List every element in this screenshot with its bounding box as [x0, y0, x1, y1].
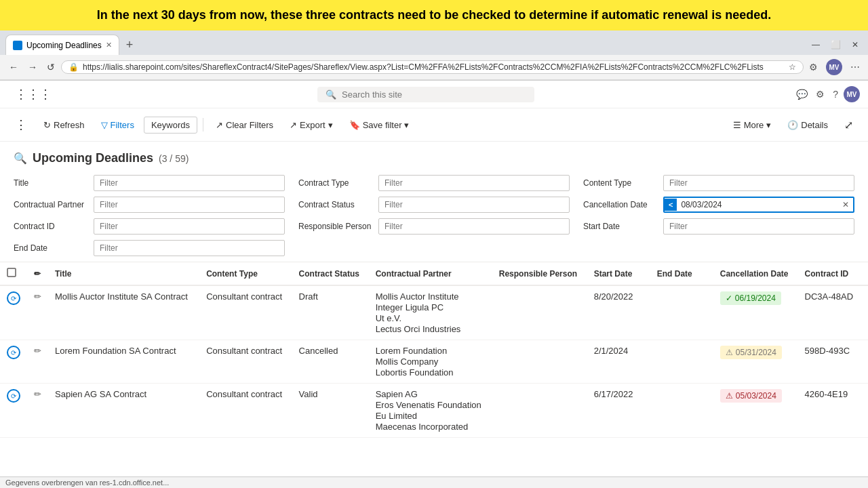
- filter-partner-label: Contractual Partner: [14, 200, 88, 209]
- tab-close-window-button[interactable]: ✕: [848, 39, 863, 51]
- badge-date: 05/31/2024: [736, 348, 776, 357]
- col-header-partner: Contractual Partner: [369, 262, 492, 285]
- filter-cancellation-date-wrapper[interactable]: < 08/03/2024 ✕: [663, 197, 854, 213]
- row-edit-icon[interactable]: ✏: [27, 384, 48, 438]
- filter-status-label: Contract Status: [298, 200, 373, 209]
- filters-label: Filters: [111, 120, 134, 130]
- user-avatar[interactable]: MV: [844, 86, 860, 102]
- menu-button[interactable]: ⋯: [848, 60, 863, 74]
- save-icon: 🔖: [349, 120, 360, 130]
- row-status: Valid: [292, 384, 369, 438]
- clear-icon: ↗: [216, 120, 223, 130]
- tab-restore-button[interactable]: ⬜: [827, 39, 845, 51]
- address-bar[interactable]: 🔒 https://lialis.sharepoint.com/sites/Sh…: [61, 60, 804, 74]
- col-header-icon: [0, 262, 27, 285]
- partner-name: Eu Limited: [376, 411, 486, 421]
- tab-close-button[interactable]: ✕: [106, 41, 112, 49]
- sharepoint-search-bar[interactable]: 🔍: [317, 87, 534, 102]
- sharepoint-search-input[interactable]: [342, 89, 526, 100]
- waffle-button[interactable]: ⋮⋮⋮: [8, 83, 58, 105]
- settings-icon[interactable]: ⚙: [813, 87, 827, 101]
- row-status: Cancelled: [292, 340, 369, 384]
- filter-end-date-input[interactable]: [94, 240, 285, 256]
- save-filter-button[interactable]: 🔖 Save filter ▾: [342, 117, 416, 134]
- row-edit-icon[interactable]: ✏: [27, 285, 48, 340]
- edit-pencil-icon[interactable]: ✏: [34, 389, 41, 399]
- filter-title-row: Title: [14, 175, 285, 191]
- cancellation-date-value: 08/03/2024: [677, 198, 838, 211]
- page-count: (3 / 59): [159, 153, 189, 164]
- row-action-icon[interactable]: ⟳: [7, 389, 20, 403]
- chat-icon[interactable]: 💬: [793, 87, 810, 101]
- keywords-button[interactable]: Keywords: [144, 117, 197, 134]
- partner-name: Eros Venenatis Foundation: [376, 400, 486, 410]
- nav-icons: ⚙ MV ⋯: [806, 58, 863, 77]
- profile-avatar: MV: [826, 59, 842, 75]
- reload-button[interactable]: ↺: [43, 60, 58, 74]
- partner-name: Mollis Company: [376, 357, 486, 367]
- row-action-icon[interactable]: ⟳: [7, 346, 20, 359]
- table-row: ⟳ ✏ Lorem Foundation SA Contract Consult…: [0, 340, 868, 384]
- refresh-label: Refresh: [54, 120, 85, 130]
- row-edit-icon[interactable]: ✏: [27, 340, 48, 384]
- filter-status-input[interactable]: [378, 197, 570, 213]
- export-button[interactable]: ↗ Export ▾: [283, 117, 340, 134]
- row-circle-icon[interactable]: ⟳: [0, 285, 27, 340]
- star-icon[interactable]: ☆: [789, 62, 796, 72]
- export-label: Export: [300, 120, 326, 130]
- filter-start-date-input[interactable]: [663, 218, 854, 235]
- filter-content-type-input[interactable]: [663, 175, 854, 191]
- filter-content-type-label: Content Type: [583, 178, 658, 188]
- more-label: More: [744, 120, 764, 130]
- filter-contract-type-input[interactable]: [378, 175, 570, 191]
- expand-button[interactable]: ⤢: [837, 115, 860, 135]
- cancellation-date-clear[interactable]: ✕: [838, 199, 853, 211]
- badge-date: 06/19/2024: [735, 293, 776, 303]
- edit-pencil-icon[interactable]: ✏: [34, 346, 41, 356]
- back-button[interactable]: ←: [5, 60, 22, 74]
- help-icon[interactable]: ?: [830, 87, 841, 101]
- row-title: Sapien AG SA Contract: [48, 384, 199, 438]
- refresh-button[interactable]: ↻ Refresh: [37, 117, 92, 134]
- partner-name: Lorem Foundation: [376, 346, 486, 356]
- row-contract-id: 598D-493C: [798, 340, 868, 384]
- search-icon: 🔍: [326, 89, 336, 100]
- cancellation-date-prefix: <: [665, 199, 677, 211]
- filter-cancellation-label: Cancellation Date: [583, 200, 658, 209]
- filters-button[interactable]: ▽ Filters: [94, 117, 141, 134]
- row-cancellation-date: ✓ 06/19/2024: [713, 285, 798, 340]
- extensions-button[interactable]: ⚙: [806, 60, 821, 74]
- more-button[interactable]: ☰ More ▾: [726, 117, 778, 134]
- more-chevron: ▾: [766, 120, 771, 130]
- filter-cancellation-row: Cancellation Date < 08/03/2024 ✕: [583, 197, 854, 213]
- filter-partner-input[interactable]: [94, 197, 285, 213]
- dots-button[interactable]: ⋮: [8, 114, 34, 136]
- badge-icon: ✓: [726, 293, 732, 303]
- row-cancellation-date: ⚠ 05/03/2024: [713, 384, 798, 438]
- badge-icon: ⚠: [726, 391, 733, 401]
- col-header-cancel: Cancellation Date: [713, 262, 798, 285]
- row-cancellation-date: ⚠ 05/31/2024: [713, 340, 798, 384]
- active-tab[interactable]: Upcoming Deadlines ✕: [5, 35, 119, 55]
- row-circle-icon[interactable]: ⟳: [0, 340, 27, 384]
- filter-title-input[interactable]: [94, 175, 285, 191]
- export-icon: ↗: [290, 120, 297, 130]
- filter-responsible-input[interactable]: [378, 218, 570, 235]
- tab-minimize-button[interactable]: —: [808, 39, 824, 51]
- save-chevron: ▾: [404, 120, 409, 130]
- forward-button[interactable]: →: [24, 60, 41, 74]
- clear-filters-button[interactable]: ↗ Clear Filters: [209, 117, 280, 134]
- contracts-table: ✏ Title Content Type Contract Status Con…: [0, 262, 868, 438]
- row-circle-icon[interactable]: ⟳: [0, 384, 27, 438]
- row-action-icon[interactable]: ⟳: [7, 291, 20, 305]
- filter-contract-id-input[interactable]: [94, 218, 285, 235]
- nav-bar: ← → ↺ 🔒 https://lialis.sharepoint.com/si…: [0, 55, 868, 80]
- badge-icon: ⚠: [726, 348, 733, 357]
- partner-name: Integer Ligula PC: [376, 302, 486, 312]
- page-title-bar: 🔍 Upcoming Deadlines (3 / 59): [0, 142, 868, 169]
- profile-button[interactable]: MV: [823, 58, 845, 77]
- details-button[interactable]: 🕐 Details: [781, 117, 835, 134]
- row-end-date: [650, 384, 713, 438]
- new-tab-button[interactable]: +: [122, 38, 138, 52]
- edit-pencil-icon[interactable]: ✏: [34, 291, 41, 302]
